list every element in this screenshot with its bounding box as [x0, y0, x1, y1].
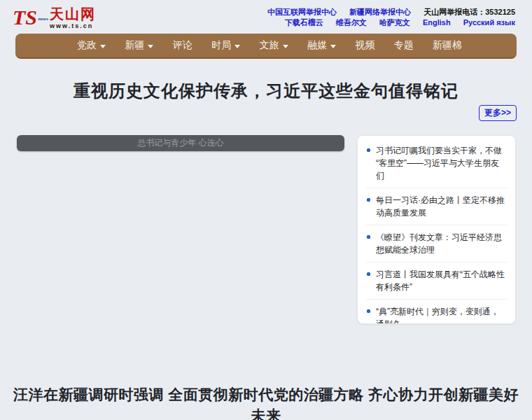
- carousel-image-area[interactable]: [17, 151, 344, 324]
- link-china-internet-report-center[interactable]: 中国互联网举报中心: [267, 8, 337, 16]
- brand-column: 天山网 www.ts.cn: [50, 6, 96, 29]
- nav-item-shipin[interactable]: 视频: [355, 39, 374, 52]
- header-links: 中国互联网举报中心 新疆网络举报中心 天山网举报电话：3532125 下载石榴云…: [257, 6, 515, 29]
- news-panel: 习书记叮嘱我们要当实干家，不做“客里空”——习近平与大学生朋友们 每日一习话·必…: [357, 135, 516, 324]
- link-xinjiang-network-report-center[interactable]: 新疆网络举报中心: [349, 8, 411, 16]
- link-kazakh-edition[interactable]: 哈萨克文: [379, 18, 410, 27]
- header-links-row-1: 中国互联网举报中心 新疆网络举报中心 天山网举报电话：3532125: [257, 8, 515, 16]
- bullet-dot-icon: [367, 148, 370, 152]
- nav-item-zhuanti[interactable]: 专题: [394, 39, 414, 52]
- nav-item-label: 专题: [394, 39, 414, 52]
- chevron-down-icon: [234, 45, 240, 48]
- site-logo[interactable]: TS news 天山网 www.ts.cn: [13, 6, 96, 29]
- content-row: 总书记与青少年 心连心 习书记叮嘱我们要当实干家，不做“客里空”——习近平与大学…: [17, 135, 516, 324]
- ts-logo-letters: TS: [13, 6, 37, 29]
- nav-item-label: 党政: [77, 39, 97, 52]
- header-links-row-2: 下载石榴云 维吾尔文 哈萨克文 English Русский язык: [257, 19, 515, 27]
- news-link[interactable]: 《瞭望》刊发文章：习近平经济思想赋能全球治理: [376, 232, 502, 255]
- main-nav: 党政 新疆 评论 时局 文旅 融媒 视频 专题 新疆棉: [15, 34, 517, 59]
- nav-item-shiju[interactable]: 时局: [211, 39, 240, 52]
- news-link[interactable]: 习言道丨我国发展具有“五个战略性有利条件”: [376, 270, 505, 292]
- news-list: 习书记叮嘱我们要当实干家，不做“客里空”——习近平与大学生朋友们 每日一习话·必…: [366, 139, 507, 324]
- carousel: 总书记与青少年 心连心: [17, 135, 344, 324]
- news-item: 习书记叮嘱我们要当实干家，不做“客里空”——习近平与大学生朋友们: [366, 139, 507, 188]
- bullet-dot-icon: [367, 235, 370, 239]
- chevron-down-icon: [148, 45, 153, 48]
- nav-item-rongmei[interactable]: 融媒: [307, 39, 336, 52]
- nav-item-xinjiang[interactable]: 新疆: [125, 39, 153, 52]
- site-header: TS news 天山网 www.ts.cn 中国互联网举报中心 新疆网络举报中心…: [0, 0, 532, 34]
- ts-logo-mark-icon: TS news: [13, 7, 38, 28]
- report-phone-number: 天山网举报电话：3532125: [424, 8, 515, 16]
- bottom-headline-link[interactable]: 汪洋在新疆调研时强调 全面贯彻新时代党的治疆方略 齐心协力开创新疆美好未来: [6, 384, 526, 420]
- carousel-caption-link[interactable]: 总书记与青少年 心连心: [17, 135, 344, 151]
- nav-item-label: 时局: [211, 39, 231, 52]
- nav-item-dangzheng[interactable]: 党政: [77, 39, 106, 52]
- news-item: 习言道丨我国发展具有“五个战略性有利条件”: [366, 262, 507, 300]
- chevron-down-icon: [283, 45, 288, 48]
- nav-item-label: 新疆棉: [433, 39, 462, 52]
- brand-url: www.ts.cn: [50, 22, 96, 29]
- nav-item-label: 新疆: [125, 39, 144, 52]
- nav-item-label: 文旅: [260, 39, 279, 52]
- nav-item-xinjiangmian[interactable]: 新疆棉: [433, 39, 462, 52]
- chevron-down-icon: [330, 45, 336, 48]
- news-link[interactable]: 每日一习话·必由之路丨坚定不移推动高质量发展: [376, 195, 505, 218]
- main-content: 重视历史文化保护传承，习近平这些金句值得铭记 更多>> 总书记与青少年 心连心 …: [0, 80, 532, 420]
- nav-item-label: 视频: [355, 39, 374, 52]
- link-russian-edition[interactable]: Русский язык: [463, 18, 515, 27]
- bullet-dot-icon: [367, 272, 370, 276]
- more-button[interactable]: 更多>>: [479, 105, 517, 121]
- news-item: 《瞭望》刊发文章：习近平经济思想赋能全球治理: [366, 225, 507, 262]
- nav-item-label: 融媒: [307, 39, 327, 52]
- news-item: 每日一习话·必由之路丨坚定不移推动高质量发展: [366, 188, 507, 225]
- bullet-dot-icon: [367, 198, 370, 202]
- news-link[interactable]: 习书记叮嘱我们要当实干家，不做“客里空”——习近平与大学生朋友们: [376, 146, 502, 181]
- ts-logo-news-label: news: [38, 17, 48, 22]
- nav-item-label: 评论: [173, 39, 192, 52]
- brand-name: 天山网: [50, 6, 96, 22]
- nav-item-wenlv[interactable]: 文旅: [260, 39, 288, 52]
- news-link[interactable]: “典”亮新时代｜穷则变，变则通，通则久: [376, 307, 499, 324]
- link-uyghur-edition[interactable]: 维吾尔文: [336, 18, 367, 27]
- link-english-edition[interactable]: English: [423, 18, 451, 27]
- news-item: “典”亮新时代｜穷则变，变则通，通则久: [366, 300, 507, 324]
- chevron-down-icon: [100, 45, 106, 48]
- nav-item-pinglun[interactable]: 评论: [173, 39, 192, 52]
- bullet-dot-icon: [367, 309, 370, 313]
- top-headline-link[interactable]: 重视历史文化保护传承，习近平这些金句值得铭记: [7, 80, 525, 102]
- link-download-shiliuyun[interactable]: 下载石榴云: [285, 18, 323, 27]
- more-row: 更多>>: [15, 105, 517, 121]
